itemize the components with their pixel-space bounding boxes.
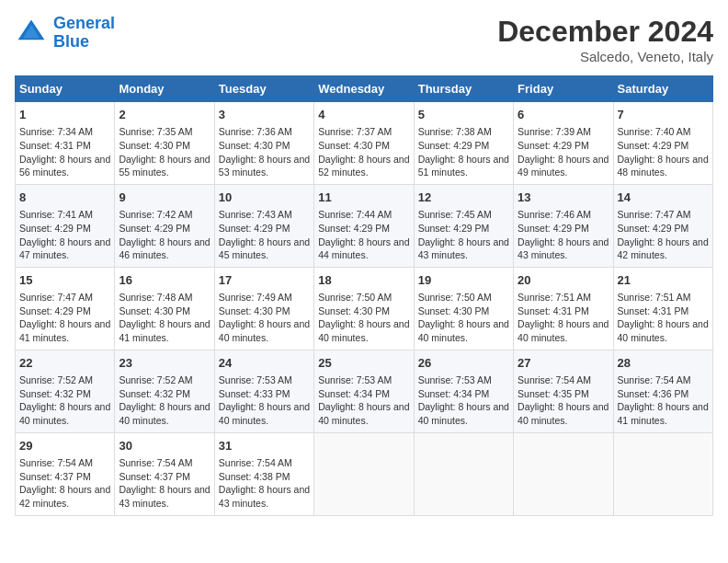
day-number: 2 [119,107,210,123]
calendar-cell: 30Sunrise: 7:54 AMSunset: 4:37 PMDayligh… [115,432,214,515]
calendar-cell: 3Sunrise: 7:36 AMSunset: 4:30 PMDaylight… [214,102,313,185]
day-number: 11 [318,190,409,206]
day-number: 25 [318,355,409,372]
calendar-cell [514,432,613,515]
weekday-header: Tuesday [214,76,313,102]
day-number: 4 [318,107,409,123]
day-number: 7 [618,107,709,123]
day-number: 19 [418,272,509,289]
title-block: December 2024 Salcedo, Veneto, Italy [497,15,713,64]
weekday-header: Sunday [16,76,115,102]
calendar-cell: 25Sunrise: 7:53 AMSunset: 4:34 PMDayligh… [314,350,414,432]
calendar-cell: 1Sunrise: 7:34 AMSunset: 4:31 PMDaylight… [16,102,115,185]
calendar-cell: 26Sunrise: 7:53 AMSunset: 4:34 PMDayligh… [414,350,513,432]
weekday-header: Monday [115,76,214,102]
calendar-cell [314,432,414,515]
logo-text: General Blue [53,15,115,52]
day-number: 28 [618,355,709,372]
calendar-cell: 12Sunrise: 7:45 AMSunset: 4:29 PMDayligh… [414,184,513,267]
weekday-header-row: SundayMondayTuesdayWednesdayThursdayFrid… [16,76,713,102]
calendar-table: SundayMondayTuesdayWednesdayThursdayFrid… [15,75,713,516]
day-number: 30 [119,438,210,454]
calendar-cell: 15Sunrise: 7:47 AMSunset: 4:29 PMDayligh… [16,267,115,350]
weekday-header: Saturday [613,76,712,102]
day-number: 1 [19,107,110,123]
calendar-cell: 22Sunrise: 7:52 AMSunset: 4:32 PMDayligh… [16,350,115,432]
day-number: 16 [119,272,210,289]
calendar-week-row: 15Sunrise: 7:47 AMSunset: 4:29 PMDayligh… [16,267,713,350]
calendar-cell: 10Sunrise: 7:43 AMSunset: 4:29 PMDayligh… [214,184,313,267]
day-number: 12 [418,190,509,206]
calendar-week-row: 29Sunrise: 7:54 AMSunset: 4:37 PMDayligh… [16,432,713,515]
day-number: 5 [418,107,509,123]
calendar-cell: 9Sunrise: 7:42 AMSunset: 4:29 PMDaylight… [115,184,214,267]
calendar-cell: 4Sunrise: 7:37 AMSunset: 4:30 PMDaylight… [314,102,414,185]
day-number: 23 [119,355,210,372]
calendar-cell: 20Sunrise: 7:51 AMSunset: 4:31 PMDayligh… [514,267,613,350]
calendar-cell: 18Sunrise: 7:50 AMSunset: 4:30 PMDayligh… [314,267,414,350]
day-number: 8 [19,190,110,206]
calendar-cell: 5Sunrise: 7:38 AMSunset: 4:29 PMDaylight… [414,102,513,185]
day-number: 15 [19,272,110,289]
day-number: 26 [418,355,509,372]
calendar-cell: 16Sunrise: 7:48 AMSunset: 4:30 PMDayligh… [115,267,214,350]
calendar-cell: 21Sunrise: 7:51 AMSunset: 4:31 PMDayligh… [613,267,712,350]
location-subtitle: Salcedo, Veneto, Italy [497,49,713,64]
calendar-cell: 24Sunrise: 7:53 AMSunset: 4:33 PMDayligh… [214,350,313,432]
calendar-cell: 7Sunrise: 7:40 AMSunset: 4:29 PMDaylight… [613,102,712,185]
calendar-cell [613,432,712,515]
day-number: 17 [219,272,310,289]
day-number: 29 [19,438,110,454]
day-number: 21 [618,272,709,289]
calendar-week-row: 1Sunrise: 7:34 AMSunset: 4:31 PMDaylight… [16,102,713,185]
day-number: 27 [518,355,609,372]
calendar-cell: 13Sunrise: 7:46 AMSunset: 4:29 PMDayligh… [514,184,613,267]
calendar-cell: 6Sunrise: 7:39 AMSunset: 4:29 PMDaylight… [514,102,613,185]
calendar-cell: 23Sunrise: 7:52 AMSunset: 4:32 PMDayligh… [115,350,214,432]
day-number: 3 [219,107,310,123]
calendar-cell: 27Sunrise: 7:54 AMSunset: 4:35 PMDayligh… [514,350,613,432]
day-number: 13 [518,190,609,206]
day-number: 31 [219,438,310,454]
weekday-header: Wednesday [314,76,414,102]
calendar-cell: 19Sunrise: 7:50 AMSunset: 4:30 PMDayligh… [414,267,513,350]
day-number: 20 [518,272,609,289]
calendar-week-row: 22Sunrise: 7:52 AMSunset: 4:32 PMDayligh… [16,350,713,432]
day-number: 22 [19,355,110,372]
logo-icon [15,17,48,50]
calendar-cell: 17Sunrise: 7:49 AMSunset: 4:30 PMDayligh… [214,267,313,350]
calendar-cell [414,432,513,515]
day-number: 14 [618,190,709,206]
day-number: 18 [318,272,409,289]
calendar-cell: 31Sunrise: 7:54 AMSunset: 4:38 PMDayligh… [214,432,313,515]
logo: General Blue [15,15,115,52]
day-number: 24 [219,355,310,372]
weekday-header: Thursday [414,76,513,102]
weekday-header: Friday [514,76,613,102]
day-number: 6 [518,107,609,123]
calendar-cell: 29Sunrise: 7:54 AMSunset: 4:37 PMDayligh… [16,432,115,515]
calendar-cell: 2Sunrise: 7:35 AMSunset: 4:30 PMDaylight… [115,102,214,185]
calendar-cell: 8Sunrise: 7:41 AMSunset: 4:29 PMDaylight… [16,184,115,267]
page-header: General Blue December 2024 Salcedo, Vene… [15,15,713,64]
calendar-cell: 14Sunrise: 7:47 AMSunset: 4:29 PMDayligh… [613,184,712,267]
calendar-cell: 11Sunrise: 7:44 AMSunset: 4:29 PMDayligh… [314,184,414,267]
calendar-week-row: 8Sunrise: 7:41 AMSunset: 4:29 PMDaylight… [16,184,713,267]
month-title: December 2024 [497,15,713,49]
calendar-cell: 28Sunrise: 7:54 AMSunset: 4:36 PMDayligh… [613,350,712,432]
day-number: 10 [219,190,310,206]
day-number: 9 [119,190,210,206]
